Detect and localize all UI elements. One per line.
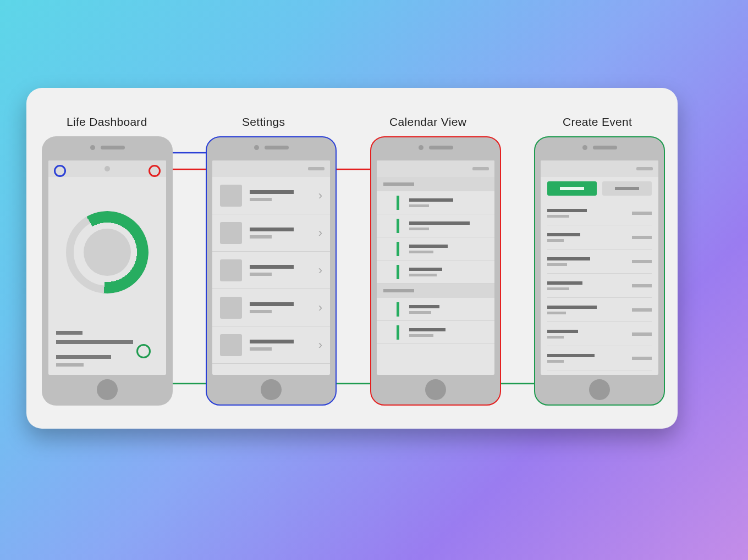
- placeholder-line: [250, 340, 294, 343]
- screen-title-settings: Settings: [242, 115, 285, 129]
- placeholder-line: [560, 187, 584, 190]
- progress-ring[interactable]: [66, 211, 148, 293]
- placeholder-line: [409, 204, 429, 207]
- chevron-right-icon: ›: [318, 263, 322, 278]
- progress-ring-center: [84, 229, 131, 276]
- calendar-section-header: [377, 284, 494, 298]
- form-row[interactable]: [547, 298, 652, 322]
- value-placeholder: [632, 212, 652, 215]
- calendar-list: [377, 177, 494, 375]
- screen-title-create: Create Event: [563, 115, 632, 129]
- placeholder-line: [250, 302, 294, 306]
- home-button-icon[interactable]: [589, 379, 610, 400]
- placeholder-line: [409, 245, 448, 248]
- thumb-icon: [220, 297, 242, 319]
- home-button-icon[interactable]: [425, 379, 446, 400]
- chevron-right-icon: ›: [318, 338, 322, 352]
- placeholder-line: [250, 198, 272, 201]
- calendar-row[interactable]: [377, 237, 494, 260]
- value-placeholder: [632, 284, 652, 287]
- header-action-icon[interactable]: [636, 167, 653, 170]
- nav-dot-blue[interactable]: [54, 165, 66, 177]
- placeholder-line: [409, 228, 429, 230]
- calendar-row[interactable]: [377, 191, 494, 214]
- placeholder-line: [56, 363, 84, 367]
- calendar-row[interactable]: [377, 298, 494, 321]
- camera-icon: [90, 145, 95, 150]
- phone-settings[interactable]: › › › ›: [206, 136, 337, 406]
- form-row[interactable]: [547, 346, 652, 370]
- segment-button-2[interactable]: [602, 181, 652, 196]
- placeholder-line: [250, 310, 272, 313]
- list-item[interactable]: ›: [212, 214, 330, 252]
- calendar-row[interactable]: [377, 321, 494, 344]
- phone-create-event[interactable]: [534, 136, 665, 406]
- phone-dashboard[interactable]: [42, 136, 173, 406]
- chevron-right-icon: ›: [318, 188, 322, 203]
- phone-screen-dashboard: [48, 160, 166, 375]
- placeholder-line: [409, 311, 431, 314]
- list-item[interactable]: ›: [212, 326, 330, 364]
- calendar-section-header: [377, 177, 494, 191]
- speaker-icon: [265, 146, 289, 149]
- event-marker-icon: [397, 196, 399, 210]
- phone-calendar[interactable]: [370, 136, 501, 406]
- placeholder-line: [409, 268, 442, 271]
- screen-title-calendar: Calendar View: [389, 115, 466, 129]
- placeholder-line: [547, 281, 582, 285]
- home-button-icon[interactable]: [97, 379, 118, 400]
- segmented-control: [547, 181, 652, 196]
- form-row[interactable]: [547, 225, 652, 249]
- form-row[interactable]: [547, 322, 652, 346]
- placeholder-line: [547, 330, 578, 333]
- phone-top-bar: [535, 145, 664, 150]
- form-row[interactable]: [547, 249, 652, 274]
- placeholder-line: [383, 182, 414, 186]
- header-action-icon[interactable]: [472, 167, 489, 170]
- value-placeholder: [632, 308, 652, 312]
- placeholder-line: [250, 228, 294, 231]
- form-row[interactable]: [547, 201, 652, 225]
- placeholder-line: [547, 312, 566, 314]
- placeholder-line: [56, 331, 82, 335]
- phone-top-bar: [207, 145, 336, 150]
- segment-button-1[interactable]: [547, 181, 597, 196]
- dashboard-summary-lines: [56, 331, 158, 367]
- settings-list: › › › ›: [212, 177, 330, 375]
- speaker-icon: [101, 146, 125, 149]
- thumb-icon: [220, 334, 242, 356]
- screen-header: [541, 160, 658, 177]
- phone-screen-settings: › › › ›: [212, 160, 330, 375]
- nav-dot-red[interactable]: [148, 165, 161, 177]
- placeholder-line: [547, 209, 587, 212]
- list-item[interactable]: ›: [212, 177, 330, 214]
- event-marker-icon: [397, 219, 399, 233]
- flow-card: Life Dashboard Settings Calendar View Cr…: [26, 88, 678, 429]
- header-action-icon[interactable]: [308, 167, 324, 170]
- placeholder-line: [547, 239, 564, 242]
- placeholder-line: [547, 287, 569, 290]
- event-marker-icon: [397, 302, 399, 317]
- create-event-form: [541, 177, 658, 375]
- value-placeholder: [632, 332, 652, 336]
- form-row[interactable]: [547, 274, 652, 298]
- value-placeholder: [632, 260, 652, 263]
- phone-screen-calendar: [377, 160, 494, 375]
- phone-top-bar: [371, 145, 500, 150]
- placeholder-line: [250, 265, 294, 269]
- phone-screen-create-event: [541, 160, 658, 375]
- list-item[interactable]: ›: [212, 252, 330, 289]
- header-dot-icon: [105, 166, 110, 171]
- thumb-icon: [220, 259, 242, 281]
- placeholder-line: [547, 354, 595, 357]
- placeholder-line: [409, 328, 446, 331]
- placeholder-line: [409, 334, 433, 337]
- placeholder-line: [409, 251, 433, 253]
- screen-title-dashboard: Life Dashboard: [67, 115, 147, 129]
- calendar-row[interactable]: [377, 260, 494, 284]
- home-button-icon[interactable]: [261, 379, 282, 400]
- placeholder-line: [547, 336, 564, 339]
- list-item[interactable]: ›: [212, 289, 330, 326]
- calendar-row[interactable]: [377, 214, 494, 237]
- placeholder-line: [56, 355, 111, 359]
